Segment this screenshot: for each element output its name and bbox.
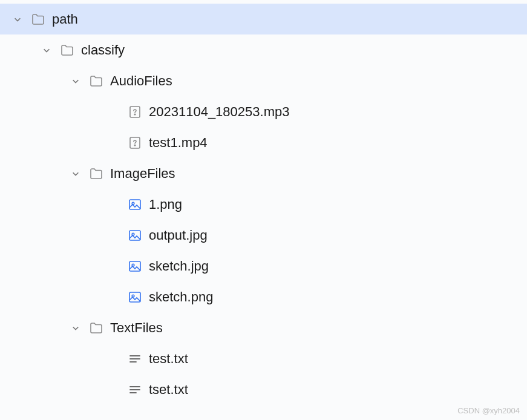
image-file-icon (127, 228, 143, 243)
tree-row-folder[interactable]: TextFiles (0, 312, 527, 343)
tree-row-file[interactable]: test1.mp4 (0, 127, 527, 158)
tree-row-folder[interactable]: classify (0, 34, 527, 65)
svg-point-3 (134, 145, 136, 146)
image-file-icon (127, 258, 143, 274)
tree-label: test1.mp4 (149, 135, 208, 151)
folder-icon (30, 11, 46, 27)
tree-label: path (52, 11, 78, 27)
chevron-down-icon[interactable] (40, 44, 53, 57)
chevron-down-icon[interactable] (11, 13, 24, 26)
folder-icon (88, 73, 104, 89)
image-file-icon (127, 197, 143, 212)
chevron-down-icon[interactable] (69, 321, 82, 335)
unknown-file-icon (127, 135, 143, 151)
svg-rect-6 (129, 231, 140, 240)
tree-label: ImageFiles (110, 166, 175, 182)
svg-rect-4 (129, 200, 140, 209)
tree-row-file[interactable]: 1.png (0, 189, 527, 220)
tree-label: output.jpg (149, 228, 208, 243)
chevron-down-icon[interactable] (69, 74, 82, 88)
folder-icon (88, 166, 104, 182)
chevron-down-icon[interactable] (69, 167, 82, 180)
tree-row-file[interactable]: sketch.png (0, 281, 527, 312)
tree-row-folder[interactable]: ImageFiles (0, 158, 527, 189)
svg-rect-8 (129, 261, 140, 271)
folder-icon (59, 42, 75, 58)
tree-label: AudioFiles (110, 73, 172, 89)
tree-row-file[interactable]: test.txt (0, 343, 527, 374)
svg-point-1 (134, 114, 136, 115)
tree-row-file[interactable]: 20231104_180253.mp3 (0, 96, 527, 127)
tree-row-file[interactable]: output.jpg (0, 220, 527, 251)
tree-label: tset.txt (149, 382, 188, 398)
tree-label: sketch.jpg (149, 258, 209, 274)
tree-row-file[interactable]: sketch.jpg (0, 251, 527, 281)
unknown-file-icon (127, 104, 143, 120)
tree-label: classify (81, 42, 125, 58)
tree-label: 20231104_180253.mp3 (149, 104, 289, 120)
tree-label: TextFiles (110, 320, 163, 336)
tree-label: test.txt (149, 351, 188, 367)
text-file-icon (127, 351, 143, 367)
image-file-icon (127, 289, 143, 305)
tree-row-file[interactable]: tset.txt (0, 374, 527, 405)
folder-icon (88, 320, 104, 336)
tree-label: 1.png (149, 197, 182, 212)
tree-row-folder[interactable]: path (0, 4, 527, 34)
tree-label: sketch.png (149, 289, 213, 305)
watermark: CSDN @xyh2004 (457, 406, 520, 415)
tree-row-folder[interactable]: AudioFiles (0, 65, 527, 96)
file-tree: path classify AudioFiles 20231104_180253… (0, 0, 527, 405)
text-file-icon (127, 382, 143, 398)
svg-rect-10 (129, 292, 140, 302)
